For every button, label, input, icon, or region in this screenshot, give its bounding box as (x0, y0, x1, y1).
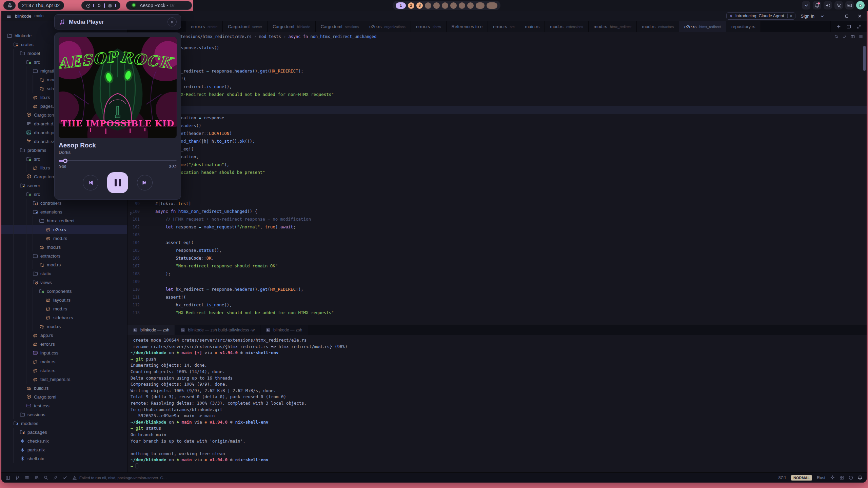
bell-button[interactable] (857, 475, 863, 480)
tree-item-input.css[interactable]: cssinput.css (1, 348, 127, 357)
project-name[interactable]: blinkode (15, 14, 31, 19)
panel-grid-button[interactable] (5, 475, 11, 480)
lsp-warning[interactable]: Failed to run nil, nixd, package-version… (72, 475, 167, 480)
code-line-113[interactable]: 113 "HX-Redirect header should not be ad… (127, 309, 867, 317)
code-line-104[interactable]: 104 assert_eq!( (127, 239, 867, 246)
tree-item-main.rs[interactable]: main.rs (1, 357, 127, 366)
code-line-105[interactable]: 105 response.status(), (127, 246, 867, 254)
new-tab-button[interactable] (834, 23, 843, 31)
bell-button[interactable] (813, 1, 821, 9)
code-line-107[interactable]: 107 "Non-redirect response should remain… (127, 262, 867, 270)
clock[interactable]: 21:47 Thu, Apr 02 (18, 1, 64, 10)
code-line-89[interactable]: 89 .headers() (127, 122, 867, 129)
workspace-dot[interactable] (433, 2, 440, 9)
code-line-83[interactable]: 83 assert!( (127, 75, 867, 83)
code-line-84[interactable]: 84 hx_redirect.is_none(), (127, 83, 867, 90)
code-line-112[interactable]: 112 hx_redirect.is_none(), (127, 301, 867, 309)
code-line-109[interactable]: 109 (127, 278, 867, 285)
tree-item-shell.nix[interactable]: shell.nix (1, 454, 127, 463)
users-button[interactable] (34, 475, 39, 480)
tree-item-controllers[interactable]: controllers (1, 199, 127, 207)
tree-item-app.rs[interactable]: app.rs (1, 331, 127, 340)
code-line-98[interactable]: 98 (127, 192, 867, 200)
promo-close-icon[interactable]: × (787, 14, 792, 18)
editor-tab-mod.rs[interactable]: mod.rsextractors (637, 21, 679, 32)
split-editor-button[interactable] (844, 23, 853, 31)
terminal-tab[interactable]: blinkode — zsh build-tailwindcss -w (175, 325, 260, 335)
expand-button[interactable] (854, 23, 863, 31)
tree-item-test_helpers.rs[interactable]: test_helpers.rs (1, 375, 127, 384)
code-line-106[interactable]: 106 StatusCode::OK, (127, 254, 867, 262)
tree-item-parts.nix[interactable]: parts.nix (1, 445, 127, 454)
tree-item-mod.rs[interactable]: mod.rs (1, 243, 127, 251)
pointer-button[interactable] (856, 1, 865, 9)
tree-item-modules[interactable]: modules (1, 419, 127, 428)
recorder-button[interactable] (845, 1, 854, 9)
editor-tab-error.rs[interactable]: error.rssrc (488, 21, 520, 32)
close-button[interactable] (856, 13, 863, 19)
tree-item-packages[interactable]: packages (1, 428, 127, 436)
branch-name[interactable]: main (34, 14, 43, 18)
editor-tab-e2e.rs[interactable]: e2e.rshtmx_redirect (679, 21, 726, 32)
tree-item-Cargo.toml[interactable]: Cargo.toml (1, 392, 127, 401)
editor-tab-Cargo.toml[interactable]: Cargo.tomlblinkode (268, 21, 316, 32)
speaker-button[interactable] (824, 1, 832, 9)
terminal-tab[interactable]: blinkode — zsh (260, 325, 308, 335)
tree-item-mod.rs[interactable]: mod.rs (1, 234, 127, 243)
code-line-91[interactable]: 91 .and_then(|h| h.to_str().ok()); (127, 137, 867, 145)
editor-tab-error.rs[interactable]: error.rscreate (186, 21, 223, 32)
workspace-wpill[interactable] (487, 2, 497, 9)
code-line-108[interactable]: 108 ); (127, 270, 867, 278)
code-line-111[interactable]: 111 assert!( (127, 293, 867, 301)
workspace-dot[interactable] (450, 2, 457, 9)
code-line-82[interactable]: 82 let hx_redirect = response.headers().… (127, 67, 867, 75)
editor-tab-mod.rs[interactable]: mod.rshtmx_redirect (589, 21, 637, 32)
workspace-switcher[interactable]: 123 (393, 1, 500, 10)
editor-tab-References to e[interactable]: References to e (447, 21, 488, 32)
tree-item-mod.rs[interactable]: mod.rs (1, 322, 127, 331)
editor-tab-e2e.rs[interactable]: e2e.rsorganizations (364, 21, 411, 32)
code-line-88[interactable]: 88 let location = response (127, 114, 867, 122)
tree-item-htmx_redirect[interactable]: htmx_redirect (1, 216, 127, 225)
tree-item-mod.rs[interactable]: mod.rs (1, 260, 127, 269)
terminal-tab[interactable]: blinkode — zsh (127, 325, 175, 335)
menu-icon[interactable] (6, 13, 12, 19)
media-widget-pill[interactable]: Aesop Rock - Do (126, 1, 192, 10)
code-line-110[interactable]: 110 let hx_redirect = response.headers()… (127, 285, 867, 293)
editor-tab-main.rs[interactable]: main.rs (520, 21, 545, 32)
tree-item-build.rs[interactable]: build.rs (1, 384, 127, 392)
code-line-86[interactable]: 86 ); (127, 98, 867, 106)
launcher-button[interactable] (3, 1, 16, 10)
code-line-99[interactable]: 99 #[tokio::test] (127, 200, 867, 207)
code-line-96[interactable]: 96 ); (127, 176, 867, 184)
list-button[interactable] (24, 475, 29, 480)
tree-item-sessions[interactable]: sessions (1, 410, 127, 419)
code-line-81[interactable]: 81 (127, 59, 867, 67)
code-line-102[interactable]: 102 let response = make_request("/normal… (127, 223, 867, 231)
code-editor[interactable]: 79 response.status()80 );8182 let hx_red… (127, 41, 867, 325)
tree-item-test.css[interactable]: csstest.css (1, 401, 127, 410)
tree-item-components[interactable]: components (1, 287, 127, 296)
tree-item-views[interactable]: views (1, 278, 127, 287)
workspace-dot[interactable] (425, 2, 431, 9)
editor-tab-Cargo.toml[interactable]: Cargo.tomlsessions (316, 21, 364, 32)
boxes-button[interactable] (839, 475, 844, 480)
tree-item-error.rs[interactable]: error.rs (1, 340, 127, 348)
maximize-button[interactable] (843, 13, 850, 19)
tree-item-extensions[interactable]: extensions (1, 207, 127, 216)
system-stats-widget[interactable] (81, 1, 120, 10)
run-test-button[interactable] (130, 211, 133, 216)
tree-item-checks.nix[interactable]: checks.nix (1, 436, 127, 445)
workspace-dot[interactable] (459, 2, 465, 9)
media-player-header[interactable]: Media Player (54, 14, 181, 29)
language-indicator[interactable]: Rust (817, 475, 825, 480)
code-line-87[interactable]: 87 (127, 106, 867, 114)
pencil-button[interactable] (53, 475, 58, 480)
sign-in-button[interactable]: Sign In (801, 14, 814, 19)
network-off-button[interactable] (834, 1, 843, 9)
code-line-95[interactable]: 95 "Location header should be present" (127, 168, 867, 176)
minimize-button[interactable] (830, 13, 837, 19)
code-line-93[interactable]: 93 location, (127, 153, 867, 161)
editor-tab-repository.rs[interactable]: repository.rs (726, 21, 761, 32)
promo-badge[interactable]: ✳ Introducing: Claude Agent × (726, 12, 795, 20)
